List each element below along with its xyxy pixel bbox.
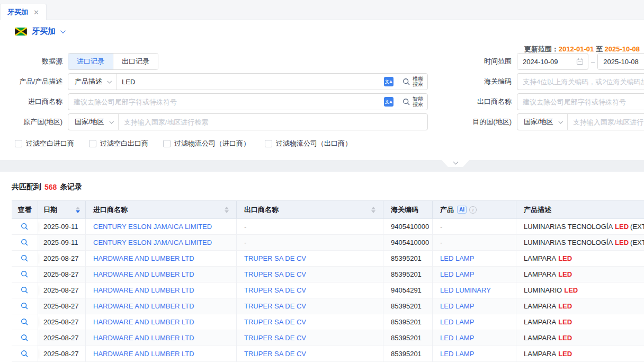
- column-header-description: 产品描述: [516, 201, 644, 219]
- table-header: 查看 日期 进口商名称 出口商名称 海关编码 产品: [12, 201, 644, 219]
- hs-code-input[interactable]: [517, 74, 644, 90]
- view-record-button[interactable]: [12, 346, 38, 362]
- view-record-button[interactable]: [12, 219, 38, 235]
- product-link[interactable]: LED LAMP: [440, 302, 474, 310]
- column-header-label: 产品描述: [524, 205, 551, 215]
- exporter-link[interactable]: TRUPER SA DE CV: [244, 350, 306, 358]
- search-record-icon: [21, 239, 29, 246]
- smart-search-button[interactable]: 智能搜索: [398, 94, 427, 110]
- exporter-link[interactable]: TRUPER SA DE CV: [244, 286, 306, 294]
- product-link[interactable]: -: [440, 223, 442, 231]
- exporter-box: [517, 93, 644, 110]
- exporter-link[interactable]: TRUPER SA DE CV: [244, 318, 306, 326]
- checkbox-filter-logistics-importer[interactable]: 过滤物流公司（进口商）: [163, 139, 250, 148]
- date-cell: 2025-08-27: [38, 282, 86, 298]
- importer-link[interactable]: HARDWARE AND LUMBER LTD: [93, 286, 194, 294]
- view-record-button[interactable]: [12, 267, 38, 282]
- date-start-input[interactable]: [517, 54, 576, 69]
- importer-link[interactable]: HARDWARE AND LUMBER LTD: [93, 270, 194, 278]
- tab-jamaica[interactable]: 牙买加 ✕: [0, 4, 47, 20]
- description-cell: LAMPARALED: [516, 267, 644, 282]
- calendar-icon[interactable]: [576, 58, 584, 65]
- importer-link[interactable]: HARDWARE AND LUMBER LTD: [93, 254, 194, 262]
- product-field-select[interactable]: 产品描述: [68, 74, 117, 90]
- hs-code-cell: 94054291: [383, 282, 433, 298]
- column-header-date[interactable]: 日期: [38, 201, 86, 219]
- view-record-button[interactable]: [12, 235, 38, 251]
- description-cell: LUMINARIOLED: [516, 282, 644, 298]
- importer-link[interactable]: HARDWARE AND LUMBER LTD: [93, 350, 194, 358]
- tab-import-records[interactable]: 进口记录: [68, 54, 113, 69]
- result-count-number: 568: [44, 183, 57, 191]
- description-cell: LAMPARALED: [516, 314, 644, 330]
- translate-icon[interactable]: 文A: [384, 77, 393, 86]
- checkbox-label: 过滤空白出口商: [100, 139, 148, 148]
- product-link[interactable]: LED LAMP: [440, 270, 474, 278]
- result-count: 共匹配到 568 条记录: [12, 181, 644, 193]
- view-record-button[interactable]: [12, 282, 38, 298]
- ai-badge: AI: [457, 206, 467, 214]
- origin-label: 原产国(地区): [0, 117, 68, 127]
- importer-link[interactable]: HARDWARE AND LUMBER LTD: [93, 318, 194, 326]
- product-link[interactable]: LED LAMP: [440, 350, 474, 358]
- column-header-exporter[interactable]: 出口商名称: [237, 201, 383, 219]
- table-row: 2025-08-27 HARDWARE AND LUMBER LTD TRUPE…: [12, 282, 644, 298]
- exporter-link[interactable]: TRUPER SA DE CV: [244, 270, 306, 278]
- origin-select[interactable]: 国家/地区: [68, 114, 119, 130]
- product-link[interactable]: -: [440, 239, 442, 246]
- tab-close-icon[interactable]: ✕: [33, 9, 39, 16]
- checkbox-icon: [163, 140, 171, 147]
- update-range: 更新范围：2012-01-01 至 2025-10-08: [524, 45, 640, 54]
- view-record-button[interactable]: [12, 298, 38, 314]
- sort-icons[interactable]: [76, 207, 80, 213]
- origin-input[interactable]: [119, 114, 422, 130]
- checkbox-filter-blank-importer[interactable]: 过滤空白进口商: [15, 139, 74, 148]
- search-record-icon: [21, 350, 29, 358]
- hs-code-cell: 9405410000: [383, 219, 433, 235]
- table-row: 2025-08-27 HARDWARE AND LUMBER LTD TRUPE…: [12, 346, 644, 362]
- info-icon[interactable]: i: [469, 206, 477, 214]
- chevron-down-icon[interactable]: [60, 28, 66, 33]
- view-record-button[interactable]: [12, 251, 38, 267]
- exporter-link[interactable]: TRUPER SA DE CV: [244, 254, 306, 262]
- hs-code-cell: 85395201: [383, 314, 433, 330]
- exporter-input[interactable]: [517, 94, 644, 110]
- checkbox-filter-logistics-exporter[interactable]: 过滤物流公司（出口商）: [265, 139, 352, 148]
- importer-link[interactable]: HARDWARE AND LUMBER LTD: [93, 334, 194, 342]
- hs-code-cell: 85395201: [383, 330, 433, 346]
- destination-input[interactable]: [568, 114, 644, 130]
- importer-input[interactable]: [68, 94, 384, 110]
- product-search-input[interactable]: [117, 74, 384, 90]
- hs-code-cell: 9405410000: [383, 235, 433, 251]
- column-header-product: 产品 AI i: [433, 201, 516, 219]
- view-record-button[interactable]: [12, 330, 38, 346]
- translate-icon[interactable]: 文A: [384, 97, 393, 107]
- sort-icons[interactable]: [371, 207, 375, 213]
- view-record-button[interactable]: [12, 314, 38, 330]
- product-link[interactable]: LED LUMINARY: [440, 286, 491, 294]
- exporter-link[interactable]: -: [244, 223, 246, 231]
- table-row: 2025-08-27 HARDWARE AND LUMBER LTD TRUPE…: [12, 298, 644, 314]
- date-end-input[interactable]: [598, 54, 644, 69]
- product-link[interactable]: LED LAMP: [440, 254, 474, 262]
- exporter-link[interactable]: TRUPER SA DE CV: [244, 334, 306, 342]
- origin-box: 国家/地区: [68, 113, 428, 130]
- checkbox-filter-blank-exporter[interactable]: 过滤空白出口商: [89, 139, 148, 148]
- importer-link[interactable]: CENTURY ESLON JAMAICA LIMITED: [93, 223, 212, 231]
- importer-label: 进口商名称: [0, 97, 68, 107]
- date-cell: 2025-09-11: [38, 235, 86, 251]
- exporter-link[interactable]: -: [244, 239, 246, 246]
- product-link[interactable]: LED LAMP: [440, 334, 474, 342]
- sort-icons[interactable]: [225, 207, 229, 213]
- destination-select[interactable]: 国家/地区: [517, 114, 568, 130]
- product-select-value: 产品描述: [75, 77, 102, 86]
- product-link[interactable]: LED LAMP: [440, 318, 474, 326]
- exporter-link[interactable]: TRUPER SA DE CV: [244, 302, 306, 310]
- magnifier-icon: [402, 78, 410, 86]
- importer-link[interactable]: HARDWARE AND LUMBER LTD: [93, 302, 194, 310]
- tab-export-records[interactable]: 出口记录: [113, 54, 158, 69]
- importer-link[interactable]: CENTURY ESLON JAMAICA LIMITED: [93, 239, 212, 246]
- column-header-label: 海关编码: [391, 205, 418, 215]
- fuzzy-search-button[interactable]: 模糊搜索: [398, 74, 427, 90]
- column-header-importer[interactable]: 进口商名称: [86, 201, 237, 219]
